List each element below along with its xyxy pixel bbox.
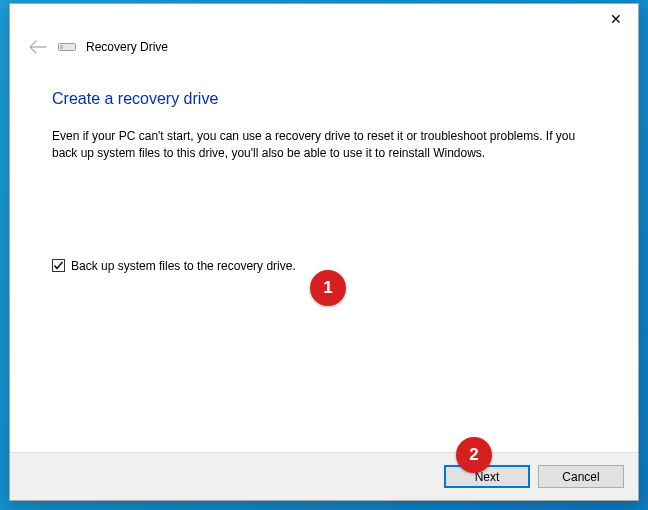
back-arrow-icon[interactable] [28,37,48,57]
annotation-badge-1: 1 [310,270,346,306]
annotation-badge-2: 2 [456,437,492,473]
page-heading: Create a recovery drive [52,90,596,108]
drive-icon [58,41,76,53]
window-title: Recovery Drive [86,40,168,54]
recovery-drive-window: ✕ Recovery Drive Create a recovery drive… [9,3,639,501]
cancel-button[interactable]: Cancel [538,465,624,488]
close-button[interactable]: ✕ [593,4,638,33]
close-icon: ✕ [610,11,622,27]
backup-checkbox[interactable] [52,259,65,272]
svg-rect-1 [60,45,63,49]
titlebar: ✕ [10,4,638,34]
next-button[interactable]: Next [444,465,530,488]
footer-bar: Next Cancel [10,452,638,500]
content-area: Create a recovery drive Even if your PC … [10,58,638,452]
description-text: Even if your PC can't start, you can use… [52,128,592,163]
window-header: Recovery Drive [10,34,638,58]
backup-checkbox-label: Back up system files to the recovery dri… [71,259,296,273]
